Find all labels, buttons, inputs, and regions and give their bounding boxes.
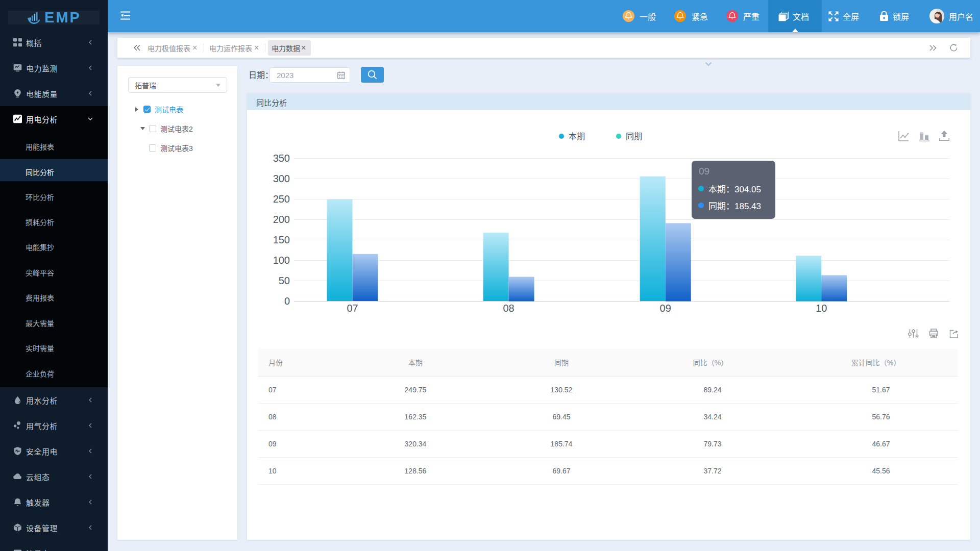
svg-text:50: 50	[279, 275, 290, 286]
svg-text:250: 250	[273, 193, 290, 205]
svg-text:100: 100	[273, 255, 290, 266]
svg-text:350: 350	[273, 153, 290, 164]
svg-text:150: 150	[273, 234, 290, 245]
svg-text:09: 09	[660, 303, 671, 314]
svg-text:08: 08	[503, 303, 514, 314]
svg-text:07: 07	[347, 303, 358, 314]
svg-text:10: 10	[816, 303, 827, 314]
svg-text:同期: 同期	[626, 132, 642, 141]
svg-text:300: 300	[273, 173, 290, 184]
svg-text:本期: 本期	[569, 132, 585, 141]
svg-text:0: 0	[284, 295, 290, 307]
svg-text:200: 200	[273, 214, 290, 225]
